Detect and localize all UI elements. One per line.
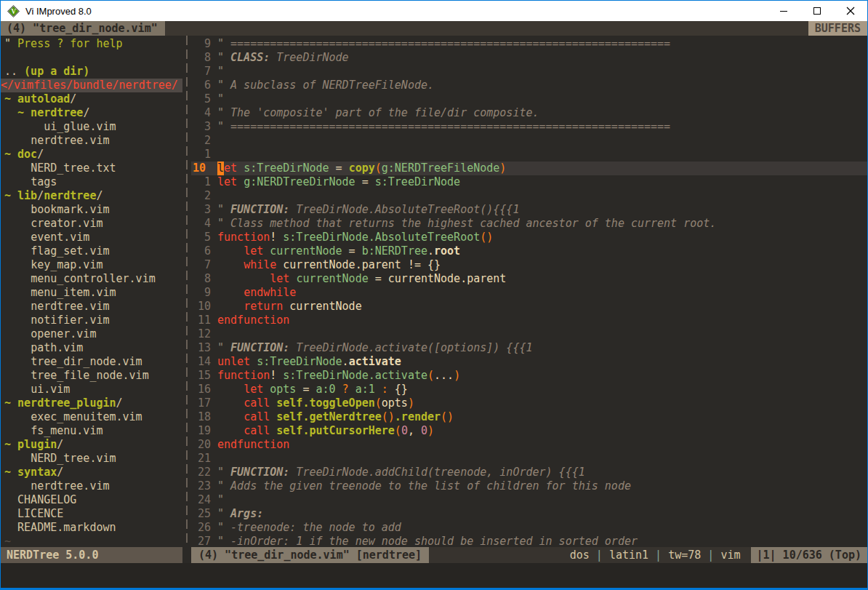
nerdtree-pane[interactable]: " Press ? for help.. (up a dir)</vimfile…	[1, 36, 182, 547]
tree-row[interactable]: tree_file_node.vim	[1, 369, 182, 383]
code-line[interactable]: 11endfunction	[191, 314, 867, 327]
tree-row[interactable]: exec_menuitem.vim	[1, 410, 182, 424]
statusline-notch	[182, 547, 191, 563]
tree-row[interactable]: CHANGELOG	[1, 493, 182, 507]
tree-row[interactable]: tree_dir_node.vim	[1, 355, 182, 369]
tree-row[interactable]: tags	[1, 175, 182, 189]
tree-row[interactable]	[1, 51, 182, 65]
tree-row[interactable]: bookmark.vim	[1, 203, 182, 217]
code-line[interactable]: 2	[191, 189, 867, 203]
tree-row[interactable]: creator.vim	[1, 217, 182, 231]
titlebar: V Vi IMproved 8.0	[1, 1, 867, 21]
flag-separator: |	[701, 549, 720, 562]
code-line[interactable]: 15function! s:TreeDirNode.activate(...)	[191, 369, 867, 383]
code-line[interactable]: 1let g:NERDTreeDirNode = s:TreeDirNode	[191, 175, 867, 189]
tabline: (4) "tree_dir_node.vim" BUFFERS	[1, 21, 867, 36]
tree-row[interactable]: fs_menu.vim	[1, 424, 182, 438]
tree-row[interactable]: ~ plugin/	[1, 438, 182, 452]
tree-row[interactable]: nerdtree.vim	[1, 134, 182, 148]
tree-row[interactable]: ~	[1, 535, 182, 547]
tree-row[interactable]: .. (up a dir)	[1, 65, 182, 79]
code-line[interactable]: 7"	[191, 65, 867, 79]
line-number: 10	[191, 162, 217, 175]
code-line[interactable]: 8" CLASS: TreeDirNode	[191, 51, 867, 65]
tree-row[interactable]: nerdtree.vim	[1, 479, 182, 493]
code-line[interactable]: 21	[191, 452, 867, 466]
tree-row[interactable]: ~ syntax/	[1, 466, 182, 479]
tree-row[interactable]: " Press ? for help	[1, 37, 182, 51]
tree-row[interactable]: ui.vim	[1, 383, 182, 396]
tree-row[interactable]: ~ autoload/	[1, 92, 182, 106]
tree-row[interactable]: notifier.vim	[1, 314, 182, 327]
code-line[interactable]: 3" =====================================…	[191, 120, 867, 134]
tree-row[interactable]: ~ lib/nerdtree/	[1, 189, 182, 203]
code-line[interactable]: 16 let opts = a:0 ? a:1 : {}	[191, 383, 867, 396]
line-number: 20	[191, 438, 217, 452]
tree-row[interactable]: path.vim	[1, 341, 182, 355]
code-line[interactable]: 23" Adds the given treenode to the list …	[191, 479, 867, 493]
tree-row[interactable]: opener.vim	[1, 327, 182, 341]
code-line[interactable]: 24"	[191, 493, 867, 507]
code-line[interactable]: 18 call self.getNerdtree().render()	[191, 410, 867, 424]
status-flag: vim	[720, 549, 740, 562]
tree-row[interactable]: flag_set.vim	[1, 244, 182, 258]
code-line[interactable]: 27" -inOrder: 1 if the new node should b…	[191, 535, 867, 547]
statusline-position: |1| 10/636 (Top)	[751, 547, 868, 563]
tree-row[interactable]: ~ nerdtree/	[1, 106, 182, 120]
code-line[interactable]: 7 while currentNode.parent != {}	[191, 258, 867, 272]
tree-row[interactable]: event.vim	[1, 231, 182, 244]
code-line[interactable]: 13" FUNCTION: TreeDirNode.activate([opti…	[191, 341, 867, 355]
editor-pane[interactable]: 9" =====================================…	[191, 36, 867, 547]
tree-row[interactable]: NERD_tree.vim	[1, 452, 182, 466]
code-line[interactable]: 4" The 'composite' part of the file/dir …	[191, 106, 867, 120]
maximize-button[interactable]	[800, 1, 834, 21]
code-line[interactable]: 6" A subclass of NERDTreeFileNode.	[191, 79, 867, 92]
line-number: 15	[191, 369, 217, 383]
code-line-cursor[interactable]: 10let s:TreeDirNode = copy(g:NERDTreeFil…	[191, 162, 867, 175]
code-line[interactable]: 5"	[191, 92, 867, 106]
line-number: 5	[191, 231, 217, 244]
code-line[interactable]: 8 let currentNode = currentNode.parent	[191, 272, 867, 286]
tree-row[interactable]: </vimfiles/bundle/nerdtree/	[1, 79, 182, 92]
code-line[interactable]: 12	[191, 327, 867, 341]
status-flag: latin1	[609, 549, 648, 562]
vim-window: V Vi IMproved 8.0 (4) "tree_dir_node.vim…	[0, 0, 868, 590]
tree-row[interactable]: menu_item.vim	[1, 286, 182, 300]
window-separator[interactable]	[182, 36, 191, 547]
tree-row[interactable]: LICENCE	[1, 507, 182, 521]
line-number: 8	[191, 51, 217, 65]
tree-row[interactable]: NERD_tree.txt	[1, 162, 182, 175]
code-line[interactable]: 17 call self.toggleOpen(opts)	[191, 396, 867, 410]
tree-row[interactable]: README.markdown	[1, 521, 182, 535]
line-number: 23	[191, 479, 217, 493]
line-number: 12	[191, 327, 217, 341]
tree-row[interactable]: key_map.vim	[1, 258, 182, 272]
tree-row[interactable]: menu_controller.vim	[1, 272, 182, 286]
code-line[interactable]: 9 endwhile	[191, 286, 867, 300]
close-button[interactable]	[834, 1, 867, 21]
code-line[interactable]: 5function! s:TreeDirNode.AbsoluteTreeRoo…	[191, 231, 867, 244]
code-line[interactable]: 20endfunction	[191, 438, 867, 452]
line-number: 17	[191, 396, 217, 410]
code-line[interactable]: 19 call self.putCursorHere(0, 0)	[191, 424, 867, 438]
code-line[interactable]: 2	[191, 134, 867, 148]
line-number: 11	[191, 314, 217, 327]
code-line[interactable]: 22" FUNCTION: TreeDirNode.addChild(treen…	[191, 466, 867, 479]
code-line[interactable]: 4" Class method that returns the highest…	[191, 217, 867, 231]
code-line[interactable]: 10 return currentNode	[191, 300, 867, 314]
tree-row[interactable]: ui_glue.vim	[1, 120, 182, 134]
buffers-label: BUFFERS	[808, 21, 867, 36]
minimize-button[interactable]	[767, 1, 800, 21]
tree-row[interactable]: nerdtree.vim	[1, 300, 182, 314]
code-line[interactable]: 26" -treenode: the node to add	[191, 521, 867, 535]
tree-row[interactable]: ~ nerdtree_plugin/	[1, 396, 182, 410]
tab-tree-dir-node[interactable]: (4) "tree_dir_node.vim"	[1, 21, 165, 36]
code-line[interactable]: 25" Args:	[191, 507, 867, 521]
command-line[interactable]	[1, 563, 867, 588]
code-line[interactable]: 14unlet s:TreeDirNode.activate	[191, 355, 867, 369]
code-line[interactable]: 9" =====================================…	[191, 37, 867, 51]
tree-row[interactable]: ~ doc/	[1, 148, 182, 162]
code-line[interactable]: 3" FUNCTION: TreeDirNode.AbsoluteTreeRoo…	[191, 203, 867, 217]
code-line[interactable]: 1	[191, 148, 867, 162]
code-line[interactable]: 6 let currentNode = b:NERDTree.root	[191, 244, 867, 258]
